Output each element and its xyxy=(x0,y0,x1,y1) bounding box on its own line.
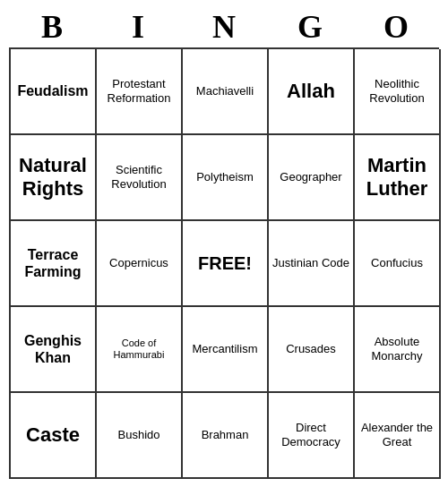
bingo-cell-10: Terrace Farming xyxy=(11,221,97,307)
header-letter-B: B xyxy=(13,8,91,46)
bingo-cell-2: Machiavelli xyxy=(183,49,269,135)
bingo-grid: FeudalismProtestant ReformationMachiavel… xyxy=(9,47,439,479)
cell-text-4: Neolithic Revolution xyxy=(358,77,435,105)
bingo-cell-3: Allah xyxy=(269,49,355,135)
bingo-card: BINGO FeudalismProtestant ReformationMac… xyxy=(9,8,439,479)
cell-text-15: Genghis Khan xyxy=(14,332,91,366)
cell-text-3: Allah xyxy=(287,80,335,103)
bingo-cell-22: Brahman xyxy=(183,393,269,479)
cell-text-20: Caste xyxy=(26,423,80,447)
cell-text-7: Polytheism xyxy=(196,170,254,184)
cell-text-24: Alexander the Great xyxy=(358,421,435,449)
cell-text-10: Terrace Farming xyxy=(14,246,91,280)
bingo-cell-9: Martin Luther xyxy=(355,135,441,221)
bingo-cell-14: Confucius xyxy=(355,221,441,307)
bingo-cell-24: Alexander the Great xyxy=(355,393,441,479)
bingo-cell-11: Copernicus xyxy=(97,221,183,307)
cell-text-19: Absolute Monarchy xyxy=(358,335,435,363)
cell-text-18: Crusades xyxy=(286,342,336,356)
bingo-cell-8: Geographer xyxy=(269,135,355,221)
bingo-cell-6: Scientific Revolution xyxy=(97,135,183,221)
header-letter-O: O xyxy=(357,8,435,46)
bingo-cell-23: Direct Democracy xyxy=(269,393,355,479)
bingo-cell-18: Crusades xyxy=(269,307,355,393)
cell-text-17: Mercantilism xyxy=(193,342,258,356)
header-letter-G: G xyxy=(271,8,349,46)
cell-text-0: Feudalism xyxy=(17,82,88,99)
cell-text-13: Justinian Code xyxy=(272,256,349,270)
cell-text-21: Bushido xyxy=(118,428,160,442)
bingo-cell-7: Polytheism xyxy=(183,135,269,221)
bingo-cell-5: Natural Rights xyxy=(11,135,97,221)
cell-text-14: Confucius xyxy=(371,256,423,270)
bingo-cell-12: FREE! xyxy=(183,221,269,307)
cell-text-11: Copernicus xyxy=(109,256,168,270)
bingo-cell-19: Absolute Monarchy xyxy=(355,307,441,393)
bingo-cell-4: Neolithic Revolution xyxy=(355,49,441,135)
bingo-cell-20: Caste xyxy=(11,393,97,479)
bingo-cell-0: Feudalism xyxy=(11,49,97,135)
cell-text-9: Martin Luther xyxy=(358,154,435,201)
bingo-cell-17: Mercantilism xyxy=(183,307,269,393)
cell-text-5: Natural Rights xyxy=(14,154,91,201)
cell-text-8: Geographer xyxy=(280,170,341,184)
cell-text-12: FREE! xyxy=(198,252,252,274)
bingo-cell-15: Genghis Khan xyxy=(11,307,97,393)
header-letter-N: N xyxy=(185,8,263,46)
cell-text-23: Direct Democracy xyxy=(272,421,349,449)
bingo-cell-21: Bushido xyxy=(97,393,183,479)
cell-text-2: Machiavelli xyxy=(196,84,254,98)
cell-text-6: Scientific Revolution xyxy=(100,163,177,191)
bingo-cell-13: Justinian Code xyxy=(269,221,355,307)
cell-text-1: Protestant Reformation xyxy=(100,77,177,105)
cell-text-16: Code of Hammurabi xyxy=(100,337,177,361)
cell-text-22: Brahman xyxy=(202,428,249,442)
bingo-header: BINGO xyxy=(9,8,439,46)
bingo-cell-1: Protestant Reformation xyxy=(97,49,183,135)
header-letter-I: I xyxy=(99,8,177,46)
bingo-cell-16: Code of Hammurabi xyxy=(97,307,183,393)
